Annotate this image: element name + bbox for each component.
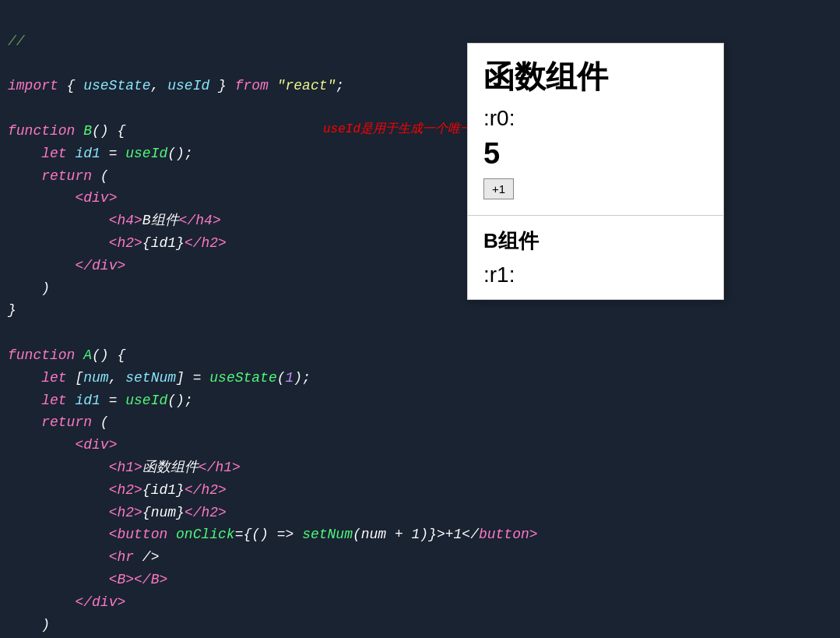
preview-title: 函数组件 — [483, 55, 708, 98]
preview-b-title: B组件 — [483, 227, 708, 255]
preview-b-id: :r1: — [483, 263, 708, 287]
increment-button[interactable]: +1 — [483, 178, 514, 199]
preview-num: 5 — [483, 137, 708, 171]
import-keyword: import — [8, 78, 58, 93]
comment-line: // — [8, 33, 25, 49]
preview-bottom-section: B组件 :r1: — [468, 216, 723, 299]
preview-panel: 函数组件 :r0: 5 +1 B组件 :r1: — [467, 43, 724, 300]
preview-top-section: 函数组件 :r0: 5 +1 — [468, 44, 723, 216]
preview-id: :r0: — [483, 106, 708, 131]
